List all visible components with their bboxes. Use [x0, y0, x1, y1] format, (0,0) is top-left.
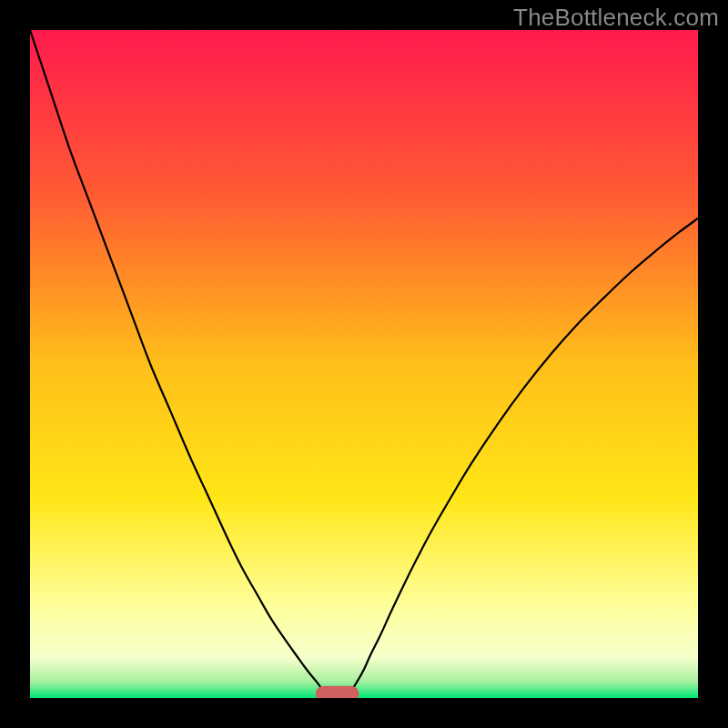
chart-svg — [30, 30, 698, 698]
gradient-background — [30, 30, 698, 698]
minimum-marker — [316, 686, 359, 698]
plot-area — [30, 30, 698, 698]
watermark-text: TheBottleneck.com — [513, 4, 719, 32]
chart-container: TheBottleneck.com — [0, 0, 728, 728]
